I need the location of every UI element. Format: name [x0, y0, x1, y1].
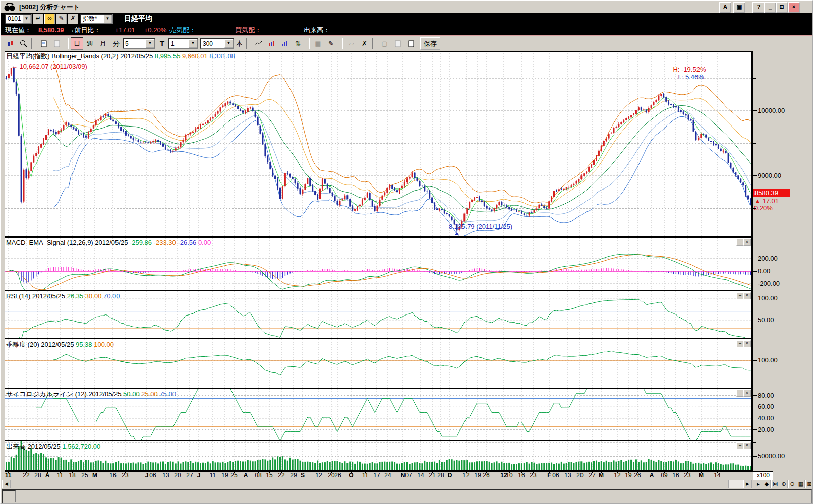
candlestick-chart-icon[interactable] — [4, 37, 17, 50]
x-axis-tick — [8, 470, 9, 473]
eraser-icon[interactable]: ▱ — [345, 37, 358, 50]
line-chart-icon[interactable] — [252, 37, 265, 50]
grid-button[interactable]: ▦ — [797, 480, 805, 488]
x-axis-label: 21 — [429, 472, 435, 479]
quote-bar: 現在値： 8,580.39 →前日比： +17.01 +0.20% 売気配： 買… — [1, 25, 812, 35]
x-axis-label: A — [45, 472, 50, 479]
scrollbar-thumb[interactable] — [11, 480, 729, 488]
chevron-down-icon[interactable]: ▼ — [189, 39, 197, 48]
category-combo[interactable]: 指数* ▼ — [80, 14, 113, 24]
delete-drawing-icon[interactable]: ✗ — [358, 37, 371, 50]
axis-tick-label: 0.00 — [758, 267, 770, 275]
vol-minimize-button[interactable]: – — [736, 442, 744, 449]
chart-plot[interactable] — [5, 51, 752, 472]
x-axis-tick — [85, 470, 85, 473]
grid-layout-icon[interactable]: ▦ — [312, 37, 324, 50]
help-button[interactable]: ? — [752, 2, 765, 13]
status-bar — [2, 489, 812, 504]
rsi-close-button[interactable]: × — [743, 292, 751, 299]
chevron-down-icon[interactable]: ▼ — [22, 15, 31, 23]
edit-icon: ✎ — [59, 15, 64, 22]
divider — [31, 38, 35, 49]
symbol-code-combo[interactable]: 0101 ▼ — [5, 14, 32, 24]
clear-symbol-button[interactable]: ✗ — [68, 14, 78, 24]
axis-tick — [753, 456, 757, 457]
period-monthly-button[interactable]: 月 — [97, 37, 109, 50]
x-axis-tick — [246, 470, 246, 473]
close-panel-button[interactable]: ⊠ — [805, 480, 813, 488]
x-axis-label: 11 — [362, 472, 368, 479]
macd-close-button[interactable]: × — [743, 239, 751, 246]
x-axis-label: 28 — [437, 472, 444, 479]
zoom-tool-icon[interactable] — [17, 37, 30, 50]
x-axis-label: 11 — [57, 472, 63, 479]
kairi-minimize-button[interactable]: – — [736, 340, 744, 347]
rsi-minimize-button[interactable]: – — [736, 292, 744, 299]
x-axis-label: 13 — [564, 472, 571, 479]
x-axis-tick — [421, 470, 421, 473]
chevron-down-icon[interactable]: ▼ — [224, 39, 233, 48]
x-axis-tick — [225, 470, 225, 473]
scroll-left-button[interactable]: ◀ — [2, 480, 11, 488]
period-daily-button[interactable]: 日 — [71, 37, 83, 50]
frequency-combo[interactable]: 5 ▼ — [123, 38, 155, 49]
x-axis-tick — [72, 470, 73, 473]
chevron-down-icon[interactable]: ▼ — [103, 15, 112, 23]
symbol-search-button[interactable]: ∞ — [44, 14, 55, 24]
tick-button[interactable]: T — [156, 37, 168, 50]
page-prev-icon[interactable] — [391, 37, 404, 50]
axis-tick-label: 50000.00 — [758, 452, 785, 460]
chart-toolbar: 日 週 月 分 5 ▼ T 1 ▼ 300 ▼ 本 ⇅ ▦ ✎ — [1, 36, 812, 51]
horizontal-scrollbar[interactable]: ◀ ▶ — [2, 480, 752, 488]
step-button[interactable]: ▸ — [754, 480, 762, 488]
volume-bars-icon[interactable] — [278, 37, 291, 50]
psych-close-button[interactable]: × — [743, 390, 751, 397]
window-layout-icon[interactable]: ▢ — [378, 37, 391, 50]
zoom-out-button[interactable]: ⊖ — [788, 480, 796, 488]
period-weekly-button[interactable]: 週 — [84, 37, 96, 50]
save-page-icon[interactable] — [50, 37, 63, 50]
draw-pencil-icon[interactable]: ✎ — [325, 37, 337, 50]
x-axis-label: 14 — [714, 472, 720, 479]
macd-minimize-button[interactable]: – — [736, 239, 744, 246]
minimize-button[interactable]: _ — [764, 2, 776, 13]
bars-combo[interactable]: 300 ▼ — [200, 38, 234, 49]
x-axis-tick — [628, 470, 629, 473]
status-grip — [3, 490, 16, 502]
close-button[interactable]: × — [788, 2, 800, 13]
axis-minor-tick — [753, 208, 756, 209]
x-axis-tick — [95, 470, 95, 473]
font-size-button[interactable]: A — [719, 2, 731, 13]
x-axis-tick — [281, 470, 282, 473]
axis-tick — [753, 259, 757, 259]
restore-button[interactable]: ⊡ — [776, 2, 788, 13]
zoom-in-button[interactable]: ⊕ — [780, 480, 788, 488]
count-combo[interactable]: 1 ▼ — [168, 38, 198, 49]
period-minute-button[interactable]: 分 — [110, 37, 123, 50]
current-percent-tag: 0.20% — [754, 204, 773, 212]
compress-button[interactable]: ⋈ — [771, 480, 779, 488]
psych-minimize-button[interactable]: – — [736, 390, 744, 397]
new-page-icon[interactable] — [37, 37, 50, 50]
x-axis-tick — [687, 470, 688, 473]
x-axis-label: 11 — [5, 472, 12, 479]
scroll-right-button[interactable]: ▶ — [743, 480, 752, 488]
x-axis-label: 26 — [483, 472, 489, 479]
chevron-down-icon[interactable]: ▼ — [146, 39, 154, 48]
count-value: 1 — [171, 40, 175, 47]
sort-updown-icon[interactable]: ⇅ — [292, 37, 304, 50]
page-next-icon[interactable] — [404, 37, 417, 50]
copy-window-button[interactable]: ▣ — [733, 2, 745, 13]
axis-tick-label: 60.00 — [758, 403, 774, 410]
kairi-close-button[interactable]: × — [743, 340, 751, 347]
x-axis-label: 16 — [672, 472, 679, 479]
x-axis-tick — [377, 470, 377, 473]
axis-tick — [753, 271, 757, 272]
enter-symbol-button[interactable]: ↵ — [33, 14, 43, 24]
indicator-bars-icon[interactable] — [265, 37, 278, 50]
save-button[interactable]: 保存 — [420, 37, 440, 50]
fit-width-button[interactable]: ◆ — [763, 480, 771, 488]
edit-list-button[interactable]: ✎ — [56, 14, 67, 24]
x-axis-tick — [664, 470, 665, 473]
vol-close-button[interactable]: × — [743, 442, 751, 449]
